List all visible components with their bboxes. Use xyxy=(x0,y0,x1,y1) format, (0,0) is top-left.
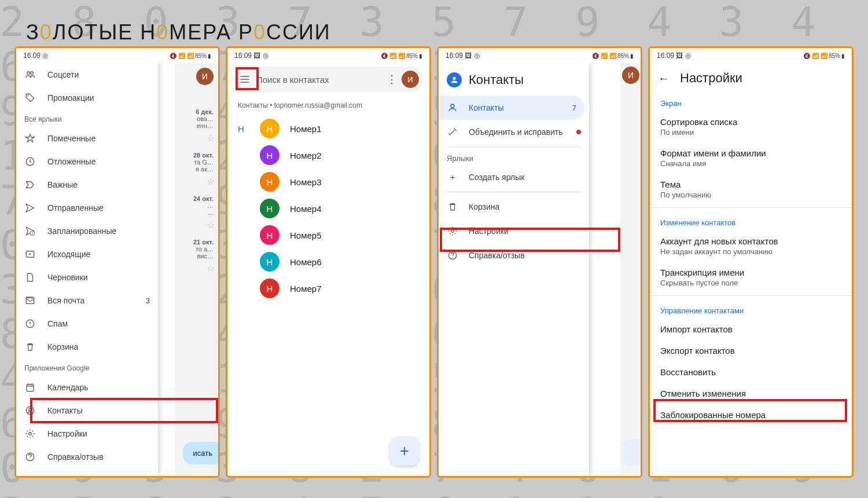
group-icon xyxy=(24,69,36,80)
all-mail-icon xyxy=(24,295,36,306)
contact-name: Номер7 xyxy=(290,284,322,294)
settings-item[interactable]: Сортировка спискаПо имени xyxy=(650,111,852,142)
profile-avatar[interactable]: И xyxy=(622,67,639,84)
profile-avatar[interactable]: И xyxy=(402,71,419,88)
status-right: 🔇 📶 📶 85%▮ xyxy=(803,53,845,59)
drawer-item-wand[interactable]: Объединить и исправить xyxy=(439,120,589,144)
contacts-nav-drawer: Контакты Контакты7Объединить и исправить… xyxy=(439,63,589,476)
contact-row[interactable]: ННомер2 xyxy=(227,142,429,169)
schedule-send-icon xyxy=(24,225,36,237)
contact-row[interactable]: ННомер6 xyxy=(227,248,429,275)
settings-title: Настройки xyxy=(680,71,742,86)
drawer-item-star[interactable]: Помеченные xyxy=(16,127,158,150)
contact-row[interactable]: ННомер3 xyxy=(227,169,429,195)
drawer-item-outbox[interactable]: Исходящие xyxy=(16,243,158,266)
status-time: 16:09 🖼 ◎ xyxy=(446,52,480,60)
drawer-badge: 3 xyxy=(146,296,150,305)
mail-date: 24 окт. xyxy=(179,195,214,202)
drawer-item-label: Справка/отзыв xyxy=(47,452,104,462)
drawer-item-file[interactable]: Черновики xyxy=(16,266,158,289)
drawer-badge: 7 xyxy=(572,104,576,112)
drawer-item-spam[interactable]: Спам xyxy=(16,312,158,335)
drawer-item-tag[interactable]: Промоакции xyxy=(16,86,158,109)
drawer-item-person[interactable]: Контакты7 xyxy=(439,96,584,120)
drawer-item-all-mail[interactable]: Вся почта3 xyxy=(16,289,158,312)
settings-item[interactable]: Транскрипция имениСкрывать пустое поле xyxy=(650,262,852,293)
mail-row[interactable]: 6 дек.ова…енн…☆ xyxy=(175,104,218,147)
drawer-item-clock[interactable]: Отложенные xyxy=(16,150,158,173)
settings-item[interactable]: Аккаунт для новых контактовНе задан акка… xyxy=(650,230,852,262)
star-icon[interactable]: ☆ xyxy=(207,263,215,274)
drawer-item-label: Объединить и исправить xyxy=(469,127,562,137)
site-logo: З0ЛОТЫЕ Н0МЕРА Р0ССИИ xyxy=(26,20,331,45)
star-icon[interactable]: ☆ xyxy=(207,133,215,144)
tag-icon xyxy=(24,92,36,104)
back-arrow-icon[interactable]: ← xyxy=(658,72,670,85)
drawer-item-label: Запланированные xyxy=(47,226,116,236)
trash-icon xyxy=(24,341,36,353)
drawer-item-send[interactable]: Отправленные xyxy=(16,196,158,219)
drawer-item-gear[interactable]: Настройки xyxy=(439,219,589,243)
outbox-icon xyxy=(24,248,36,260)
settings-item-title: Аккаунт для новых контактов xyxy=(660,236,841,246)
contact-avatar: Н xyxy=(260,172,279,192)
contact-row[interactable]: ННомер5 xyxy=(227,222,429,248)
svg-point-1 xyxy=(31,72,34,75)
drawer-item-label: Исходящие xyxy=(47,250,90,259)
settings-item[interactable]: ТемаПо умолчанию xyxy=(650,174,852,205)
drawer-item-trash[interactable]: Корзина xyxy=(16,335,158,358)
drawer-item-label: Промоакции xyxy=(47,93,94,102)
settings-item-title: Восстановить xyxy=(660,367,841,377)
drawer-item-help[interactable]: Справка/отзыв xyxy=(16,445,158,468)
drawer-section-all-labels: Все ярлыки xyxy=(16,109,158,127)
settings-item-subtitle: По умолчанию xyxy=(660,191,841,199)
add-contact-fab[interactable]: + xyxy=(390,437,419,466)
svg-point-2 xyxy=(27,95,28,96)
search-bar[interactable]: Поиск в контактах ⋮ И xyxy=(233,67,424,92)
mail-row[interactable]: 28 окт.та G…я ак…☆ xyxy=(175,147,218,191)
drawer-item-schedule-send[interactable]: Запланированные xyxy=(16,219,158,243)
background-strip: И xyxy=(620,63,641,476)
more-icon[interactable]: ⋮ xyxy=(387,73,397,86)
drawer-item-important[interactable]: Важные xyxy=(16,173,158,196)
profile-avatar[interactable]: И xyxy=(196,68,214,85)
drawer-item-help[interactable]: Справка/отзыв xyxy=(439,243,589,268)
create-label-item[interactable]: + Создать ярлык xyxy=(439,165,589,189)
settings-item[interactable]: Импорт контактов xyxy=(650,318,852,340)
drawer-item-label: Черновики xyxy=(47,273,88,282)
drawer-section-google-apps: Приложения Google xyxy=(16,358,158,376)
settings-item[interactable]: Восстановить xyxy=(650,361,852,383)
settings-item-subtitle: Скрывать пустое поле xyxy=(660,279,841,287)
contact-avatar: Н xyxy=(260,252,279,272)
fab-partial[interactable] xyxy=(623,439,642,466)
settings-item[interactable]: Заблокированные номера xyxy=(650,404,852,426)
help-icon xyxy=(447,250,458,261)
star-icon[interactable]: ☆ xyxy=(207,176,215,187)
drawer-item-label: Корзина xyxy=(47,342,78,351)
drawer-item-gear[interactable]: Настройки xyxy=(16,422,158,445)
spam-icon xyxy=(24,318,36,329)
drawer-item-contacts[interactable]: Контакты xyxy=(16,399,158,422)
settings-item[interactable]: Формат имени и фамилииСначала имя xyxy=(650,142,852,174)
mail-row[interactable]: 24 окт.……☆ xyxy=(175,191,218,234)
drawer-item-trash[interactable]: Корзина xyxy=(439,195,589,219)
drawer-item-label: Настройки xyxy=(469,226,509,236)
contact-row[interactable]: ННомер7 xyxy=(227,275,429,302)
contact-row[interactable]: НННомер1 xyxy=(227,115,429,142)
mail-date: 21 окт. xyxy=(179,239,214,246)
drawer-item-group[interactable]: Соцсети xyxy=(16,63,158,86)
notification-dot xyxy=(576,130,581,134)
mail-row[interactable]: 21 окт.го а…вис…☆ xyxy=(175,234,218,277)
compose-button[interactable]: исать xyxy=(183,442,220,464)
settings-item[interactable]: Экспорт контактов xyxy=(650,340,852,361)
contact-row[interactable]: ННомер4 xyxy=(227,195,429,222)
settings-item-title: Экспорт контактов xyxy=(660,346,841,356)
drawer-item-calendar[interactable]: Календарь xyxy=(16,376,158,399)
drawer-item-label: Отложенные xyxy=(47,157,95,166)
star-icon[interactable]: ☆ xyxy=(207,219,215,230)
hamburger-icon[interactable] xyxy=(238,72,252,86)
settings-header: ← Настройки xyxy=(650,63,852,91)
settings-item[interactable]: Отменить изменения xyxy=(650,383,852,404)
contact-avatar: Н xyxy=(260,145,279,165)
help-icon xyxy=(24,451,36,463)
